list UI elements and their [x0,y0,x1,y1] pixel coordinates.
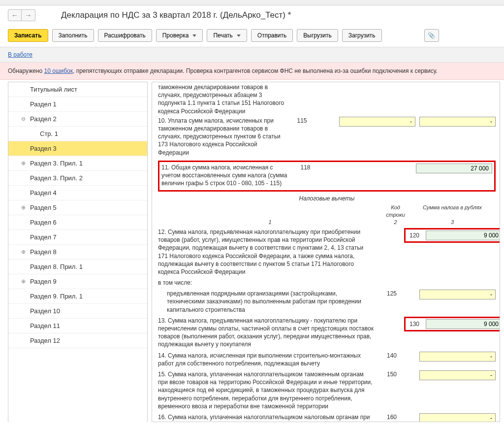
status-link[interactable]: В работе [8,51,32,58]
load-button[interactable]: Загрузить [342,29,382,42]
sidebar-item-label: Раздел 6 [30,219,57,226]
sidebar-item-12[interactable]: Раздел 8. Прил. 1 [8,260,147,274]
sidebar-item-9[interactable]: Раздел 6 [8,215,147,230]
row12-desc: 12. Сумма налога, предъявленная налогопл… [158,228,379,276]
row14-desc: 14. Сумма налога, исчисленная при выполн… [158,352,379,367]
sidebar-item-4[interactable]: Раздел 3 [8,141,147,156]
expand-icon[interactable] [20,249,26,255]
sidebar-item-label: Раздел 9 [30,278,57,285]
nav-forward-button[interactable]: → [22,9,35,21]
row10-field1[interactable] [339,117,415,127]
send-button[interactable]: Отправить [251,29,293,42]
row12a-field[interactable] [419,290,496,299]
column-numbers: 1 2 3 [158,219,496,226]
errors-link[interactable]: 10 ошибок [44,67,73,74]
save-button[interactable]: Записать [8,29,48,42]
row11-highlight: 11. Общая сумма налога, исчисленная с уч… [158,161,496,192]
sidebar-item-label: Раздел 4 [30,189,57,197]
sidebar-item-label: Раздел 3. Прил. 1 [30,160,83,167]
section-deductions: Налоговые вычеты [158,195,496,202]
sidebar-item-6[interactable]: Раздел 3. Прил. 2 [8,171,147,186]
sidebar-item-label: Раздел 10 [30,307,60,315]
expand-icon[interactable] [20,160,26,166]
sidebar-item-13[interactable]: Раздел 9 [8,274,147,289]
sidebar-item-8[interactable]: Раздел 5 [8,200,147,215]
fill-button[interactable]: Заполнить [52,29,94,42]
content-pane: таможенном декларировании товаров в случ… [152,82,500,422]
row14-field[interactable] [419,352,496,361]
sidebar-item-label: Раздел 1 [30,100,57,108]
sidebar-item-2[interactable]: Раздел 2 [8,112,147,127]
col-code: Код строки [382,204,409,219]
page-title: Декларация по НДС за 3 квартал 2018 г. (… [61,10,291,20]
row13-desc: 13. Сумма налога, предъявленная налогопл… [158,317,379,349]
row16-code: 160 [379,413,404,421]
sidebar-item-15[interactable]: Раздел 10 [8,304,147,319]
sidebar-item-label: Титульный лист [30,86,77,93]
row15-field[interactable] [419,370,496,380]
sidebar-item-0[interactable]: Титульный лист [8,82,147,97]
row15-code: 150 [379,370,404,378]
collapse-icon[interactable] [20,116,26,122]
row14-code: 140 [379,352,404,360]
sidebar-item-label: Раздел 5 [30,204,57,211]
sidebar-item-11[interactable]: Раздел 8 [8,245,147,260]
sidebar-item-label: Раздел 8. Прил. 1 [30,263,83,270]
row11-field[interactable] [416,164,492,173]
row11-code: 118 [294,164,316,171]
sidebar-item-label: Раздел 8 [30,248,57,256]
sidebar-item-label: Раздел 12 [30,337,60,344]
expand-icon[interactable] [20,278,26,284]
sidebar: Титульный листРаздел 1Раздел 2Стр. 1Разд… [8,82,148,422]
sidebar-item-14[interactable]: Раздел 9. Прил. 1 [8,289,147,304]
row16-desc: 16. Сумма налога, уплаченная налогоплате… [158,413,379,422]
sidebar-item-label: Стр. 1 [40,130,58,137]
col-sum: Сумма налога в рублях [409,204,496,219]
row13-code: 130 [407,320,422,328]
row-frag-desc: таможенном декларировании товаров в случ… [158,83,291,115]
including-label: в том числе: [158,279,496,287]
sidebar-item-10[interactable]: Раздел 7 [8,230,147,245]
sidebar-item-17[interactable]: Раздел 12 [8,333,147,348]
row13-field[interactable] [426,319,500,329]
paperclip-icon: 📎 [428,32,435,39]
column-headers: Код строки Сумма налога в рублях [158,204,496,219]
unload-button[interactable]: Выгрузить [297,29,338,42]
row12a-desc: предъявленная подрядными организациями (… [158,290,379,314]
sidebar-item-label: Раздел 3. Прил. 2 [30,174,83,182]
check-button[interactable]: Проверка [156,29,203,42]
status-bar: В работе [0,47,504,63]
row12-code: 120 [407,231,422,239]
sidebar-item-label: Раздел 2 [30,115,57,123]
sidebar-item-label: Раздел 11 [30,322,60,329]
sidebar-item-label: Раздел 7 [30,233,57,241]
row10-code: 115 [291,117,313,125]
toolbar: Записать Заполнить Расшифровать Проверка… [0,26,504,47]
sidebar-item-3[interactable]: Стр. 1 [8,127,147,141]
row13-highlight: 130 [404,317,500,331]
sidebar-item-label: Раздел 9. Прил. 1 [30,293,83,300]
row10-desc: 10. Уплата сумм налога, исчисленных при … [158,117,291,157]
nav-back-button[interactable]: ← [8,9,22,21]
row12a-code: 125 [379,290,404,297]
print-button[interactable]: Печать [207,29,247,42]
error-suffix: , препятствующих отправке декларации. Пр… [73,67,438,74]
expand-icon[interactable] [20,204,26,210]
row12-highlight: 120 [404,228,500,243]
row12-field[interactable] [426,230,500,240]
decode-button[interactable]: Расшифровать [98,29,152,42]
sidebar-item-label: Раздел 3 [30,145,57,152]
sidebar-item-16[interactable]: Раздел 11 [8,319,147,333]
row11-desc: 11. Общая сумма налога, исчисленная с уч… [161,164,294,188]
sidebar-item-7[interactable]: Раздел 4 [8,186,147,200]
row16-field[interactable] [419,413,496,422]
row15-desc: 15. Сумма налога, уплаченная налогоплате… [158,370,379,410]
error-prefix: Обнаружено [8,67,44,74]
row10-field2[interactable] [419,117,496,127]
window-tabbar [0,0,504,5]
attach-button[interactable]: 📎 [424,29,439,42]
sidebar-item-1[interactable]: Раздел 1 [8,97,147,112]
error-bar: Обнаружено 10 ошибок, препятствующих отп… [0,63,504,80]
sidebar-item-5[interactable]: Раздел 3. Прил. 1 [8,156,147,171]
header: ← → Декларация по НДС за 3 квартал 2018 … [0,5,504,26]
